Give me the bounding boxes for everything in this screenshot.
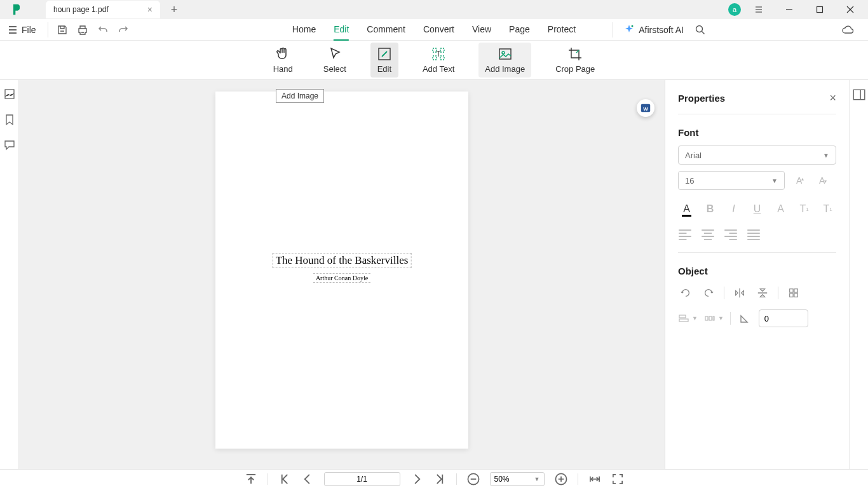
align-center-icon[interactable] [701,229,715,241]
close-panel-icon[interactable]: × [829,92,836,105]
canvas-area[interactable]: The Hound of the Baskervilles Arthur Con… [19,80,665,469]
distribute-dropdown[interactable]: ▼ [704,313,724,324]
zoom-in-icon[interactable] [555,473,567,485]
align-object-dropdown[interactable]: ▼ [678,313,698,324]
menu-tabs: Home Edit Comment Convert View Page Prot… [292,19,576,41]
superscript-button[interactable]: T1 [796,200,813,218]
flip-vertical-icon[interactable] [755,285,770,301]
zoom-select[interactable]: 50% ▼ [490,472,545,486]
font-size-select[interactable]: 16 ▼ [678,171,785,190]
edit-tool[interactable]: Edit [370,43,398,78]
svg-rect-21 [709,316,712,320]
tab-page[interactable]: Page [509,19,530,41]
fit-page-icon[interactable] [611,473,624,485]
edit-icon [377,46,392,62]
align-right-icon[interactable] [724,229,738,241]
ai-label: Afirstsoft AI [639,25,684,35]
separator [730,312,731,325]
svg-rect-0 [817,7,823,13]
undo-icon[interactable] [93,21,113,39]
tab-title: houn page 1.pdf [53,5,109,14]
last-page-icon[interactable] [433,473,446,485]
file-menu-label: File [22,25,36,35]
svg-point-6 [502,51,505,54]
select-tool[interactable]: Select [317,43,353,78]
hand-label: Hand [273,64,293,74]
image-icon [498,46,513,62]
hand-tool[interactable]: Hand [267,43,299,78]
add-text-tool[interactable]: T Add Text [416,43,461,78]
comment-icon[interactable] [3,139,16,151]
tab-comment[interactable]: Comment [367,19,405,41]
svg-text:T: T [436,50,441,58]
separator [268,473,268,485]
hamburger-menu-icon[interactable] [746,1,771,18]
zoom-out-icon[interactable] [467,473,480,485]
crop-page-tool[interactable]: Crop Page [549,43,601,78]
scroll-top-icon[interactable] [245,473,257,485]
italic-button[interactable]: I [725,200,742,218]
underline-button[interactable]: U [749,200,766,218]
svg-rect-22 [713,316,714,320]
close-button[interactable] [837,1,863,18]
svg-rect-20 [705,316,708,320]
prev-page-icon[interactable] [301,473,314,485]
bold-button[interactable]: B [702,200,719,218]
svg-text:▾: ▾ [824,179,827,184]
chevron-down-icon: ▼ [534,476,540,482]
user-avatar[interactable]: a [728,3,741,16]
thumbnails-icon[interactable] [3,88,16,100]
tab-home[interactable]: Home [292,19,316,41]
subscript-button[interactable]: T1 [819,200,836,218]
svg-rect-14 [790,289,793,292]
font-family-select[interactable]: Arial ▼ [678,146,836,165]
first-page-icon[interactable] [278,473,291,485]
decrease-font-icon[interactable]: A▾ [813,172,831,189]
minimize-button[interactable] [776,1,802,18]
fit-width-icon[interactable] [588,473,601,485]
svg-point-1 [632,25,634,27]
strikethrough-button[interactable]: A [772,200,789,218]
page-number-input[interactable] [324,472,400,486]
document-tab[interactable]: houn page 1.pdf × [46,1,160,18]
save-icon[interactable] [52,21,72,39]
svg-rect-16 [790,294,793,297]
bookmark-icon[interactable] [3,113,16,126]
search-icon[interactable] [690,21,710,39]
maximize-button[interactable] [807,1,832,18]
titlebar: houn page 1.pdf × + a [0,0,868,19]
add-tab-button[interactable]: + [165,1,183,18]
chevron-down-icon: ▼ [771,177,778,184]
document-title-text[interactable]: The Hound of the Baskervilles [273,253,412,268]
align-justify-icon[interactable] [747,229,761,241]
document-page[interactable]: The Hound of the Baskervilles Arthur Con… [215,92,468,449]
object-section-title: Object [678,266,836,276]
tab-protect[interactable]: Protect [548,19,576,41]
file-menu[interactable]: File [0,25,44,35]
add-image-tool[interactable]: Add Image [478,43,531,78]
close-tab-icon[interactable]: × [147,4,153,15]
next-page-icon[interactable] [410,473,423,485]
flip-horizontal-icon[interactable] [732,285,747,301]
separator [578,473,578,485]
tab-convert[interactable]: Convert [423,19,454,41]
print-icon[interactable] [72,21,93,39]
cloud-icon[interactable] [837,21,858,39]
rotate-right-icon[interactable] [701,285,716,301]
hand-icon [275,46,290,62]
align-left-icon[interactable] [678,229,692,241]
ai-button[interactable]: Afirstsoft AI [623,24,684,36]
tab-edit[interactable]: Edit [334,19,349,41]
crop-object-icon[interactable] [786,285,801,301]
word-convert-button[interactable]: W [637,99,654,117]
tab-view[interactable]: View [472,19,491,41]
add-text-label: Add Text [423,64,454,74]
svg-rect-19 [679,319,688,322]
font-color-button[interactable]: A [678,200,695,218]
rotate-left-icon[interactable] [678,285,693,301]
panel-toggle-icon[interactable] [852,88,866,102]
redo-icon[interactable] [113,21,133,39]
document-author-text[interactable]: Arthur Conan Doyle [313,273,370,283]
rotation-input[interactable] [759,309,808,327]
increase-font-icon[interactable]: A▴ [790,172,808,189]
